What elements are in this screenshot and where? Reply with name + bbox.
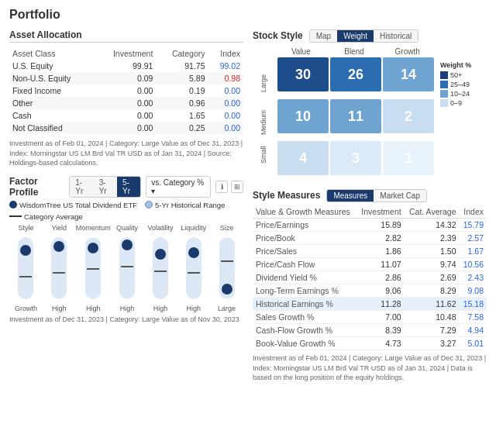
measure-cat-avg-cell: 2.39	[405, 232, 460, 245]
measure-cat-avg-cell: 2.69	[405, 271, 460, 284]
col-header-investment: Investment	[95, 47, 157, 60]
factor-dot-avg	[221, 260, 233, 262]
measure-investment-cell: 11.28	[356, 298, 404, 311]
measure-investment-cell: 2.82	[356, 232, 404, 245]
index-cell: 0.98	[208, 72, 243, 84]
legend-avg-line	[9, 215, 22, 217]
measure-cat-avg-cell: 9.74	[405, 258, 460, 271]
factor-dot-main	[155, 249, 166, 260]
stock-style-tab-historical[interactable]: Historical	[374, 30, 418, 42]
factor-dot-main	[20, 245, 31, 256]
measures-table-row: Book-Value Growth % 4.73 3.27 5.01	[253, 337, 487, 350]
category-cell: 1.65	[156, 109, 208, 122]
measure-index-cell: 15.79	[460, 219, 487, 232]
stock-style-tab-map[interactable]: Map	[310, 30, 337, 42]
measure-investment-cell: 1.86	[356, 245, 404, 258]
style-cell: 30	[277, 57, 329, 91]
stock-style-section: Stock Style MapWeightHistorical ValueBle…	[253, 29, 487, 181]
measures-tab-market-cap[interactable]: Market Cap	[374, 190, 426, 202]
page-title: Portfolio	[9, 8, 487, 22]
stock-style-title: Stock Style	[253, 30, 303, 43]
style-col-header: Blend	[328, 47, 381, 56]
factor-dot-main	[53, 241, 64, 252]
factor-legend: WisdomTree US Total Dividend ETF 5-Yr Hi…	[9, 201, 243, 209]
measures-tab-measures[interactable]: Measures	[327, 190, 374, 202]
factor-col-label-top: Yield	[51, 224, 67, 232]
measure-index-cell: 9.08	[460, 284, 487, 298]
factor-bar-container	[45, 233, 73, 303]
style-legend-label: 50+	[450, 71, 462, 79]
factor-col-quality: QualityHigh	[111, 224, 144, 312]
style-legend-label: 10–24	[450, 90, 470, 98]
measures-header-row: Value & Growth MeasuresInvestmentCat. Av…	[253, 205, 487, 219]
factor-profile-title: Factor Profile	[9, 176, 64, 198]
measure-cat-avg-cell: 3.27	[405, 337, 460, 350]
style-cell: 1	[383, 141, 434, 175]
legend-main: WisdomTree US Total Dividend ETF	[9, 201, 137, 209]
style-legend-item: 10–24	[440, 90, 487, 98]
factor-bar-container	[180, 233, 208, 303]
style-row-label: Small	[253, 146, 274, 180]
measure-index-cell: 2.57	[460, 232, 487, 245]
measure-name-cell: Long-Term Earnings %	[253, 284, 356, 298]
measure-investment-cell: 7.00	[356, 311, 404, 324]
style-grid: 30261410112431	[277, 57, 434, 181]
factor-dropdown-label: vs. Category % ▾	[151, 178, 205, 195]
factor-info-icon[interactable]: ℹ	[215, 181, 228, 193]
index-cell: 99.02	[208, 60, 243, 72]
factor-col-size: SizeLarge	[210, 224, 243, 312]
legend-range-label: 5-Yr Historical Range	[155, 201, 225, 209]
factor-tab-5-yr[interactable]: 5-Yr	[117, 177, 140, 197]
factor-dot-avg	[19, 276, 32, 277]
investment-cell: 0.00	[95, 84, 157, 97]
measures-table-row: Historical Earnings % 11.28 11.62 15.18	[253, 298, 487, 311]
measures-table-row: Price/Earnings 15.89 14.32 15.79	[253, 219, 487, 232]
style-cell: 26	[330, 57, 381, 91]
factor-dot-avg	[87, 268, 99, 270]
style-cell: 11	[330, 99, 381, 133]
factor-dot-avg	[121, 266, 133, 267]
measure-investment-cell: 8.39	[356, 324, 404, 337]
col-header-class: Asset Class	[9, 47, 95, 60]
asset-class-cell: Not Classified	[9, 122, 95, 134]
factor-col-liquidity: LiquidityHigh	[177, 224, 210, 312]
style-cell: 3	[330, 141, 381, 175]
measure-investment-cell: 15.89	[356, 219, 404, 232]
asset-class-cell: U.S. Equity	[9, 60, 95, 72]
measures-table-row: Price/Cash Flow 11.07 9.74 10.56	[253, 258, 487, 271]
factor-col-yield: YieldHigh	[43, 224, 76, 312]
asset-table-row: U.S. Equity 99.91 91.75 99.02	[9, 60, 243, 72]
measure-cat-avg-cell: 7.29	[405, 324, 460, 337]
measures-col-header: Cat. Average	[405, 205, 460, 219]
style-legend-item: 25–49	[440, 81, 487, 88]
factor-grid-icon[interactable]: ⊞	[231, 181, 243, 193]
factor-col-momentum: MomentumHigh	[76, 224, 111, 312]
main-layout: Asset Allocation Asset Class Investment …	[9, 29, 487, 383]
measures-table-row: Cash-Flow Growth % 8.39 7.29 4.94	[253, 324, 487, 337]
factor-tab-1-yr[interactable]: 1-Yr	[70, 177, 93, 197]
factor-col-label-top: Volatility	[147, 224, 173, 232]
asset-table-header-row: Asset Class Investment Category Index	[9, 47, 243, 60]
col-header-index: Index	[208, 47, 243, 60]
index-cell: 0.00	[208, 122, 243, 134]
factor-col-label-top: Momentum	[76, 224, 111, 232]
style-legend-box	[440, 81, 448, 88]
style-cell: 2	[383, 99, 434, 133]
style-col-header: Value	[274, 47, 328, 56]
factor-bar-container	[79, 233, 107, 303]
style-measures-title: Style Measures	[253, 190, 320, 202]
measures-table-row: Price/Book 2.82 2.39 2.57	[253, 232, 487, 245]
measures-table: Value & Growth MeasuresInvestmentCat. Av…	[253, 205, 487, 350]
style-legend-items: 50+25–4910–240–9	[440, 71, 487, 107]
factor-col-label-top: Quality	[116, 224, 138, 232]
factor-dropdown[interactable]: vs. Category % ▾	[146, 176, 211, 198]
factor-col-label-bottom: High	[52, 305, 67, 312]
style-col-header: Growth	[381, 47, 434, 56]
asset-table-row: Other 0.00 0.96 0.00	[9, 97, 243, 109]
factor-icons: ℹ ⊞	[215, 181, 243, 193]
legend-avg-label: Category Average	[24, 212, 83, 221]
measure-cat-avg-cell: 10.48	[405, 311, 460, 324]
asset-class-cell: Non-U.S. Equity	[9, 72, 95, 84]
factor-tab-3-yr[interactable]: 3-Yr	[94, 177, 117, 197]
stock-style-tab-weight[interactable]: Weight	[337, 30, 374, 42]
